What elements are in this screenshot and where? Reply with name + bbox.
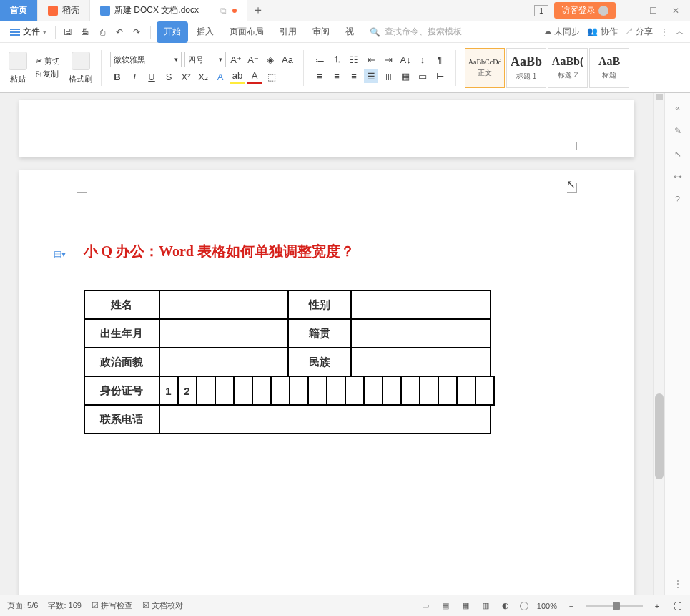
printlayout-icon[interactable]: ▤ (440, 600, 451, 612)
id-digit[interactable] (383, 376, 401, 405)
tab-review[interactable]: 审阅 (305, 21, 337, 43)
id-digit[interactable]: 2 (178, 376, 197, 405)
borders-icon[interactable]: ▭ (415, 69, 430, 83)
tab-popup-icon[interactable]: ⧉ (220, 6, 227, 16)
print-icon[interactable]: 🖶 (77, 24, 93, 40)
phone-table[interactable]: 联系电话 (84, 404, 491, 434)
increase-indent-icon[interactable]: ⇥ (381, 52, 395, 67)
clear-format-icon[interactable]: ◈ (263, 52, 277, 67)
cell-native-value[interactable] (351, 319, 491, 348)
id-digit[interactable] (364, 376, 383, 405)
decrease-indent-icon[interactable]: ⇤ (364, 52, 378, 67)
readmode-icon[interactable]: ▭ (420, 600, 431, 612)
cell-political-value[interactable] (159, 348, 288, 376)
style-h1[interactable]: AaBb标题 1 (506, 48, 546, 88)
help-icon[interactable]: ? (675, 195, 680, 205)
style-h2[interactable]: AaBb(标题 2 (548, 48, 588, 88)
tab-daoke[interactable]: 稻壳 (38, 0, 90, 21)
preview-icon[interactable]: ⎙ (94, 24, 110, 40)
weblayout-icon[interactable]: ▦ (460, 600, 471, 612)
cell-nation-label[interactable]: 民族 (288, 348, 351, 376)
change-case-icon[interactable]: Aa (280, 52, 295, 67)
id-digit[interactable] (290, 376, 308, 405)
font-select[interactable]: 微软雅黑▾ (110, 52, 182, 67)
multilevel-icon[interactable]: ☷ (347, 52, 361, 67)
pen-icon[interactable]: ✎ (674, 126, 681, 136)
align-left-icon[interactable]: ≡ (312, 69, 327, 83)
tab-home[interactable]: 首页 (0, 0, 38, 21)
cell-name-label[interactable]: 姓名 (84, 290, 159, 319)
spellcheck-toggle[interactable]: ☑ 拼写检查 (92, 600, 132, 611)
zoom-out-icon[interactable]: − (566, 600, 577, 612)
id-digit[interactable] (252, 376, 271, 405)
cell-political-label[interactable]: 政治面貌 (84, 348, 159, 376)
paste-button[interactable]: 粘贴 (6, 47, 30, 89)
copy-button[interactable]: ⎘ 复制 (36, 69, 60, 79)
align-justify-icon[interactable]: ☰ (364, 69, 378, 83)
id-digit[interactable] (234, 376, 252, 405)
rail-collapse-icon[interactable]: « (675, 103, 680, 113)
cut-button[interactable]: ✂ 剪切 (36, 56, 60, 67)
id-digit[interactable] (457, 376, 475, 405)
style-title[interactable]: AaB标题 (589, 48, 629, 88)
cell-phone-value[interactable] (159, 405, 491, 434)
select-icon[interactable]: ↖ (674, 149, 681, 159)
distribute-icon[interactable]: ⫼ (381, 69, 395, 83)
vertical-scrollbar[interactable] (653, 93, 664, 595)
minimize-button[interactable]: — (621, 6, 639, 16)
superscript-button[interactable]: X² (179, 69, 193, 84)
decrease-font-icon[interactable]: A⁻ (246, 52, 260, 67)
underline-button[interactable]: U (144, 69, 159, 84)
id-digit[interactable] (420, 376, 438, 405)
id-digit[interactable] (308, 376, 327, 405)
strike-button[interactable]: S (162, 69, 176, 84)
style-normal[interactable]: AaBbCcDd正文 (465, 48, 505, 88)
close-button[interactable]: ✕ (667, 6, 684, 16)
outline-icon[interactable]: ▥ (480, 600, 491, 612)
format-brush-button[interactable]: 格式刷 (66, 47, 95, 89)
id-digit[interactable] (271, 376, 290, 405)
zoom-label[interactable]: 100% (537, 602, 557, 610)
fontsize-select[interactable]: 四号▾ (184, 52, 226, 67)
charbg-button[interactable]: ⬚ (265, 69, 279, 84)
gear-icon[interactable] (520, 602, 528, 610)
zoom-slider[interactable] (586, 605, 643, 607)
cell-nation-value[interactable] (351, 348, 491, 376)
increase-font-icon[interactable]: A⁺ (229, 52, 243, 67)
id-table[interactable]: 身份证号 1 2 (84, 376, 495, 406)
rail-more-icon[interactable]: ⋮ (674, 579, 682, 589)
file-menu[interactable]: 文件▾ (6, 26, 51, 38)
unsync-button[interactable]: ☁ 未同步 (543, 26, 580, 38)
undo-icon[interactable]: ↶ (112, 24, 127, 40)
cell-idno-label[interactable]: 身份证号 (84, 376, 159, 405)
sort-icon[interactable]: A↓ (398, 52, 413, 67)
highlight-button[interactable]: ab (230, 69, 245, 84)
id-digit[interactable] (197, 376, 215, 405)
section-icon[interactable]: ▤▾ (54, 249, 66, 259)
bullets-icon[interactable]: ≔ (312, 52, 327, 67)
textfx-button[interactable]: A (213, 69, 227, 84)
tab-view[interactable]: 视 (338, 21, 361, 43)
document-scroll[interactable]: ▤▾ ↖ 小 Q 办公：Word 表格如何单独调整宽度？ 姓名 性别 出生年月 … (0, 93, 653, 595)
scroll-thumb[interactable] (655, 393, 664, 479)
cell-name-value[interactable] (159, 290, 288, 319)
erase-icon[interactable]: ◐ (500, 600, 511, 612)
share-button[interactable]: ↗ 分享 (625, 26, 653, 38)
redo-icon[interactable]: ↷ (129, 24, 144, 40)
save-icon[interactable]: 🖫 (60, 24, 76, 40)
id-digit[interactable] (345, 376, 364, 405)
id-digit[interactable] (401, 376, 420, 405)
word-count[interactable]: 字数: 169 (48, 600, 81, 611)
info-table[interactable]: 姓名 性别 出生年月 籍贯 政治面貌 民族 (84, 290, 491, 377)
tab-pagelayout[interactable]: 页面布局 (222, 21, 271, 43)
id-digit[interactable]: 1 (159, 376, 178, 405)
id-digit[interactable] (475, 376, 494, 405)
cell-sex-value[interactable] (351, 290, 491, 319)
id-digit[interactable] (327, 376, 345, 405)
fontcolor-button[interactable]: A (247, 69, 262, 84)
cell-phone-label[interactable]: 联系电话 (84, 405, 159, 434)
id-digit[interactable] (438, 376, 457, 405)
tabstop-icon[interactable]: ⊢ (433, 69, 447, 83)
collab-button[interactable]: 👥 协作 (587, 26, 617, 38)
cell-native-label[interactable]: 籍贯 (288, 319, 351, 348)
